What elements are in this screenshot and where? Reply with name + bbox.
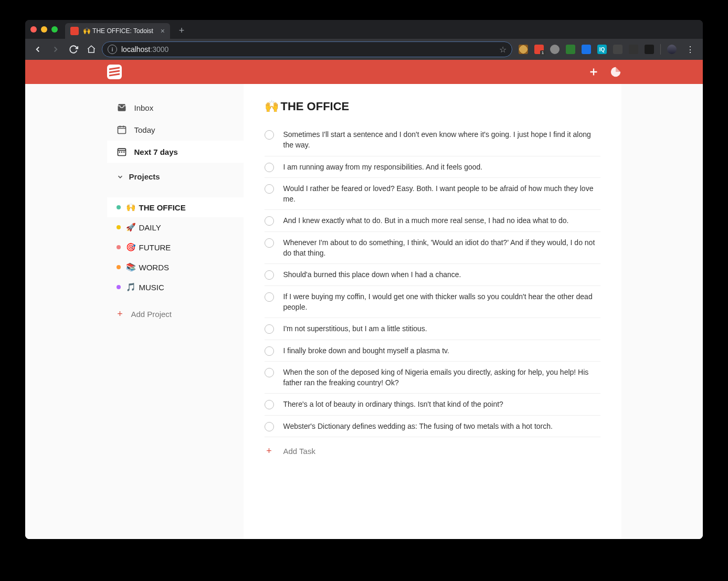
forward-button[interactable] [48, 42, 63, 57]
task-text[interactable]: Would I rather be feared or loved? Easy.… [283, 183, 600, 205]
task-checkbox[interactable] [265, 368, 274, 377]
task-text[interactable]: When the son of the deposed king of Nige… [283, 367, 600, 388]
calendar-week-icon [117, 146, 127, 157]
task-item: Webster's Dictionary defines wedding as:… [265, 416, 600, 437]
task-text[interactable]: Webster's Dictionary defines wedding as:… [283, 421, 600, 431]
quick-add-button[interactable] [588, 66, 599, 78]
add-task-button[interactable]: + Add Task [265, 437, 600, 465]
main-content: 🙌 THE OFFICE Sometimes I'll start a sent… [244, 84, 621, 539]
add-task-label: Add Task [283, 447, 315, 456]
window-maximize-button[interactable] [51, 26, 58, 33]
page-viewport: Inbox Today Next 7 days [25, 60, 703, 539]
sidebar: Inbox Today Next 7 days [107, 84, 244, 539]
home-button[interactable] [84, 42, 99, 57]
extension-icon[interactable] [550, 45, 560, 54]
project-item[interactable]: 🙌THE OFFICE [107, 197, 244, 217]
back-button[interactable] [30, 42, 45, 57]
title-emoji: 🙌 [265, 100, 279, 113]
sidebar-item-label: Inbox [134, 103, 154, 112]
browser-window: 🙌 THE OFFICE: Todoist × + i localhos [25, 20, 703, 539]
task-checkbox[interactable] [265, 422, 274, 431]
sidebar-item-next7days[interactable]: Next 7 days [107, 141, 244, 163]
task-list: Sometimes I'll start a sentence and I do… [265, 124, 600, 437]
task-text[interactable]: If I were buying my coffin, I would get … [283, 291, 600, 313]
task-checkbox[interactable] [265, 292, 274, 302]
project-emoji: 🚀 [126, 223, 136, 232]
project-item[interactable]: 🚀DAILY [107, 217, 244, 237]
reload-button[interactable] [66, 42, 81, 57]
bookmark-icon[interactable]: ☆ [499, 45, 507, 55]
chevron-down-icon [117, 173, 124, 181]
sidebar-item-inbox[interactable]: Inbox [107, 97, 244, 119]
task-text[interactable]: I finally broke down and bought myself a… [283, 345, 600, 356]
browser-tab[interactable]: 🙌 THE OFFICE: Todoist × [65, 23, 170, 39]
task-text[interactable]: Sometimes I'll start a sentence and I do… [283, 129, 600, 151]
project-item[interactable]: 🎯FUTURE [107, 237, 244, 257]
task-checkbox[interactable] [265, 130, 274, 140]
task-text[interactable]: Should'a burned this place down when I h… [283, 269, 600, 280]
project-color-dot [117, 225, 121, 229]
task-item: I'm not superstitious, but I am a little… [265, 318, 600, 340]
task-text[interactable]: I am running away from my responsibiliti… [283, 162, 600, 172]
task-checkbox[interactable] [265, 238, 274, 248]
extension-icon[interactable] [645, 45, 654, 54]
task-checkbox[interactable] [265, 163, 274, 172]
sidebar-item-today[interactable]: Today [107, 119, 244, 141]
project-item[interactable]: 📚WORDS [107, 257, 244, 277]
project-emoji: 🎯 [126, 242, 136, 252]
task-checkbox[interactable] [265, 216, 274, 226]
task-checkbox[interactable] [265, 346, 274, 356]
project-label: 📚WORDS [126, 262, 170, 272]
project-label: 🚀DAILY [126, 223, 161, 232]
project-item[interactable]: 🎵MUSIC [107, 277, 244, 297]
task-item: Should'a burned this place down when I h… [265, 264, 600, 286]
browser-menu-button[interactable]: ⋮ [683, 45, 698, 55]
add-project-button[interactable]: + Add Project [107, 301, 244, 327]
task-text[interactable]: There's a lot of beauty in ordinary thin… [283, 399, 600, 409]
projects-section-header[interactable]: Projects [107, 165, 244, 188]
task-checkbox[interactable] [265, 270, 274, 280]
add-project-label: Add Project [131, 310, 172, 319]
task-item: Sometimes I'll start a sentence and I do… [265, 124, 600, 156]
app-logo-icon[interactable] [107, 65, 122, 79]
browser-tab-bar: 🙌 THE OFFICE: Todoist × + [25, 20, 703, 39]
extension-icon[interactable]: IQ [597, 45, 607, 54]
new-tab-button[interactable]: + [174, 23, 189, 38]
task-checkbox[interactable] [265, 184, 274, 194]
site-info-icon[interactable]: i [108, 45, 117, 54]
sidebar-item-label: Next 7 days [134, 147, 178, 156]
task-item: I finally broke down and bought myself a… [265, 340, 600, 362]
tab-title: 🙌 THE OFFICE: Todoist [83, 27, 156, 35]
task-text[interactable]: I'm not superstitious, but I am a little… [283, 323, 600, 334]
sidebar-item-label: Today [134, 125, 155, 134]
project-color-dot [117, 245, 121, 249]
extension-icons: IQ [515, 44, 680, 55]
extension-icon[interactable] [629, 45, 638, 54]
extension-icon[interactable] [582, 45, 591, 54]
task-item: If I were buying my coffin, I would get … [265, 286, 600, 319]
plus-icon: + [117, 309, 124, 320]
project-emoji: 🎵 [126, 282, 136, 292]
task-text[interactable]: And I knew exactly what to do. But in a … [283, 215, 600, 226]
browser-toolbar: i localhost:3000 ☆ IQ ⋮ [25, 39, 703, 60]
extension-icon[interactable] [566, 45, 575, 54]
project-name: THE OFFICE [139, 203, 186, 212]
extension-icon[interactable] [613, 45, 623, 54]
project-color-dot [117, 265, 121, 269]
project-emoji: 📚 [126, 262, 136, 272]
task-item: There's a lot of beauty in ordinary thin… [265, 394, 600, 415]
task-checkbox[interactable] [265, 324, 274, 334]
productivity-button[interactable] [610, 66, 621, 78]
project-name: FUTURE [139, 243, 171, 252]
window-controls [30, 26, 58, 33]
extension-icon[interactable] [534, 45, 544, 54]
window-close-button[interactable] [30, 26, 37, 33]
tab-close-icon[interactable]: × [161, 27, 165, 35]
window-minimize-button[interactable] [41, 26, 47, 33]
address-bar[interactable]: i localhost:3000 ☆ [102, 41, 512, 57]
extension-icon[interactable] [519, 45, 528, 54]
profile-avatar[interactable] [667, 45, 677, 54]
task-checkbox[interactable] [265, 400, 274, 409]
title-text: THE OFFICE [281, 100, 350, 113]
task-text[interactable]: Whenever I'm about to do something, I th… [283, 237, 600, 259]
